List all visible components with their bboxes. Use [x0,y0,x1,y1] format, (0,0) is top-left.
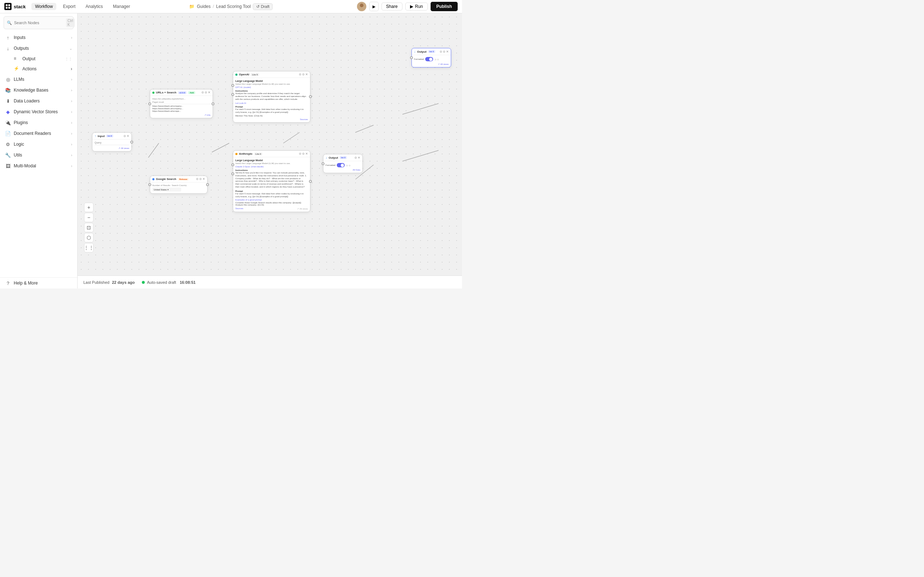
sidebar-item-label: Utils [14,153,22,158]
zoom-out-button[interactable]: − [84,213,94,222]
tab-analytics[interactable]: Analytics [82,3,107,10]
play-preview-button[interactable]: ▶ [369,2,379,11]
node-badge: Release [178,178,189,181]
grid-button[interactable]: ⋮⋮ [84,243,94,253]
breadcrumb-item[interactable]: Lead Scoring Tool [216,4,251,9]
breadcrumb-folder[interactable]: Guides [197,4,210,9]
input-node[interactable]: ↑ Input Int 0 ⊙ ✕ Query ↗ All views [92,132,132,152]
sidebar-item-dynamic-vector-stores[interactable]: ◆ Dynamic Vector Stores › [0,106,77,117]
draft-label: Draft [261,4,270,9]
search-icon: 🔍 [7,21,12,25]
url-search-node[interactable]: URLs + Search v2.6.6 Add ⊙ ⊙ ✕ https://e… [150,89,213,118]
output-connector[interactable] [206,183,209,186]
tab-manager[interactable]: Manager [109,3,134,10]
prompt-link[interactable]: Examples of a good prompt [235,199,308,201]
published-label: Last Published [83,280,109,285]
openai-node[interactable]: OpenAI Lite 5 ⊙ ⊙ ✕ Large Language Model… [233,71,310,122]
output-connector[interactable] [130,141,133,143]
formatted-label: Formatted [326,164,335,166]
input-connector-1[interactable] [231,84,234,87]
expand-icon: ↗ All views [297,207,308,210]
search-box[interactable]: 🔍 Ctrl K [3,16,74,29]
node-controls[interactable]: ⊙ ⊙ ✕ [299,152,308,155]
formatted-toggle[interactable] [425,57,433,61]
sidebar-subitem-actions[interactable]: ⚡ Actions › [0,64,77,74]
node-title: OpenAI [239,73,249,76]
output-icon: ↓ [414,50,416,53]
zoom-in-button[interactable]: + [84,203,94,212]
node-controls[interactable]: ⊙ ⊙ ✕ [299,73,308,76]
formatted-toggle[interactable] [337,163,345,167]
node-controls[interactable]: ⊙ ⊙ ✕ [201,91,210,94]
node-controls[interactable]: ⊙ ✕ [123,134,129,138]
folder-icon: 📁 [189,4,195,9]
data-loaders-icon: ⬇ [5,98,11,104]
fit-view-button[interactable]: ⊡ [84,223,94,232]
sidebar-item-label: Logic [14,142,24,147]
sidebar-item-utils[interactable]: 🔧 Utils › [0,150,77,161]
svg-rect-2 [6,7,8,9]
search-input[interactable] [14,21,64,25]
sidebar-item-data-loaders[interactable]: ⬇ Data Loaders › [0,95,77,106]
prompt-label: Prompt [235,106,308,108]
sidebar-item-multi-modal[interactable]: 🖼 Multi-Modal › [0,161,77,171]
help-label: Help & More [14,280,38,285]
prompt-text: For each 5 most message. Add data from o… [235,108,308,114]
input-connector[interactable] [149,183,151,186]
output-connector[interactable] [212,102,215,105]
sidebar-item-document-readers[interactable]: 📄 Document Readers › [0,128,77,139]
node-header: ↑ Input Int 0 ⊙ ✕ [92,133,131,140]
zoom-controls: + − ⊡ ⬡ ⋮⋮ [84,203,94,253]
input-connector[interactable] [410,56,413,59]
node-controls[interactable]: ⊙ ✕ [354,156,360,160]
output-node-tr[interactable]: ↓ Output Int 0 ⊙ ⊙ ✕ Formatted ⊙ ⊙ ↗ All… [412,48,451,68]
multi-modal-icon: 🖼 [5,163,11,169]
input-connector-1[interactable] [231,163,234,166]
status-dot [152,92,155,94]
google-search-node[interactable]: Google Search Release ⊙ ⊙ ✕ Number of Re… [150,176,208,193]
publish-button[interactable]: Publish [431,2,458,11]
actions-icon: ⚡ [14,66,19,72]
nav-right: ▶ Share ▶ Run Publish [357,2,458,11]
input-connector-2[interactable] [231,172,234,175]
output-node-main[interactable]: ↓ Output Int 0 ⊙ ✕ Formatted ⊙ ⊙ All Dat… [323,154,363,173]
sidebar-item-logic[interactable]: ⚙ Logic › [0,139,77,150]
node-title: URLs + Search [156,91,176,94]
draft-icon: ↺ [256,4,260,9]
expand-link[interactable]: ↗ Urls [204,114,210,116]
tab-workflow[interactable]: Workflow [31,3,56,10]
input-connector[interactable] [321,162,325,165]
share-button[interactable]: Share [381,3,402,10]
prompt-label: Prompt [235,190,308,192]
anthropic-node[interactable]: Anthropic Lite 0 ⊙ ⊙ ✕ Large Language Mo… [233,150,310,212]
run-button[interactable]: ▶ Run [405,3,428,10]
output-connector[interactable] [309,95,312,98]
search-shortcut: Ctrl K [66,18,75,27]
input-connector-2[interactable] [231,93,234,96]
input-connector[interactable] [149,102,151,105]
sidebar-item-label: Dynamic Vector Stores [14,109,58,114]
output-connector[interactable] [309,180,312,183]
node-header: ↓ Output Int 0 ⊙ ✕ [323,154,362,161]
search-country-value[interactable]: United States ▾ [152,187,181,192]
sidebar-subitem-output[interactable]: ≡ Output ⋮⋮ [0,54,77,64]
sidebar-item-knowledge-bases[interactable]: 📚 Knowledge Bases › [0,85,77,95]
draft-badge[interactable]: ↺ Draft [253,3,273,10]
sidebar-item-plugins[interactable]: 🔌 Plugins › [0,117,77,128]
plugins-icon: 🔌 [5,120,11,126]
sidebar-item-inputs[interactable]: ↑ Inputs › [0,32,77,43]
node-badge: Int 0 [428,50,435,53]
tab-export[interactable]: Export [59,3,79,10]
node-controls[interactable]: ⊙ ⊙ ✕ [439,50,449,53]
canvas[interactable]: ↑ Input Int 0 ⊙ ✕ Query ↗ All views URLs… [78,13,462,288]
instructions-label: Instructions [235,90,308,92]
sidebar-item-llms[interactable]: ◎ LLMs › [0,74,77,85]
node-controls[interactable]: ⊙ ⊙ ✕ [196,177,205,181]
help-more-button[interactable]: ? Help & More [0,277,77,288]
save-button[interactable]: ⬡ [84,233,94,242]
drag-icon: ⋮⋮ [65,57,72,61]
sources-label: Sources [300,118,308,121]
sidebar-item-label: Multi-Modal [14,163,36,168]
node-header: URLs + Search v2.6.6 Add ⊙ ⊙ ✕ [150,89,213,96]
sidebar-item-outputs[interactable]: ↓ Outputs ⌄ [0,43,77,54]
